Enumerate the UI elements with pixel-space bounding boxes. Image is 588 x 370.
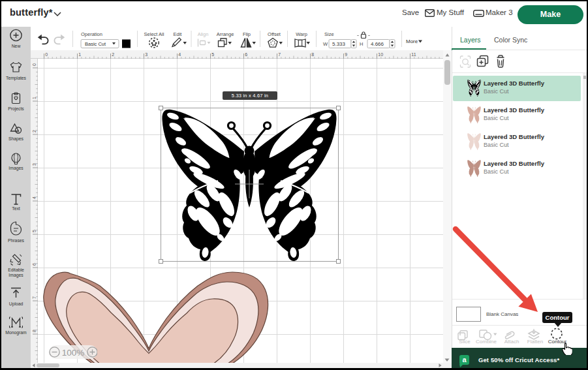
svg-text:New: New: [12, 44, 21, 48]
svg-text:Images: Images: [8, 166, 23, 171]
svg-text:4: 4: [32, 196, 37, 199]
svg-text:0: 0: [45, 52, 48, 57]
svg-text:10: 10: [378, 52, 383, 57]
svg-text:0: 0: [32, 63, 37, 66]
svg-text:1: 1: [32, 97, 37, 99]
svg-text:Select All: Select All: [144, 31, 164, 37]
svg-text:11: 11: [411, 52, 416, 57]
svg-text:W: W: [323, 41, 328, 47]
svg-text:Edit: Edit: [174, 31, 183, 37]
svg-text:Projects: Projects: [8, 106, 24, 112]
svg-text:H: H: [360, 41, 363, 47]
svg-text:Arrange: Arrange: [217, 31, 234, 37]
svg-text:Shapes: Shapes: [8, 136, 24, 142]
svg-text:5: 5: [32, 230, 37, 232]
svg-text:Upload: Upload: [9, 301, 23, 307]
svg-text:5.333: 5.333: [332, 41, 346, 47]
svg-text:5: 5: [211, 52, 214, 57]
svg-text:More: More: [406, 39, 418, 44]
svg-text:2: 2: [32, 130, 37, 132]
svg-text:7: 7: [278, 52, 281, 57]
svg-text:Size: Size: [324, 31, 334, 37]
svg-text:1: 1: [78, 52, 81, 57]
svg-text:Flip: Flip: [243, 31, 251, 37]
svg-text:4.666: 4.666: [371, 41, 384, 47]
svg-text:3: 3: [145, 52, 147, 57]
svg-text:6: 6: [32, 263, 37, 266]
svg-text:Offset: Offset: [268, 31, 281, 37]
svg-text:4: 4: [178, 52, 181, 57]
svg-text:3: 3: [32, 163, 37, 166]
svg-text:Align: Align: [198, 31, 209, 37]
svg-text:Monogram: Monogram: [5, 330, 27, 335]
svg-text:8: 8: [311, 52, 314, 57]
svg-text:Templates: Templates: [6, 76, 27, 81]
svg-text:Operation: Operation: [81, 31, 102, 37]
svg-text:6: 6: [245, 52, 247, 57]
svg-text:Text: Text: [12, 206, 20, 211]
svg-text:Warp: Warp: [296, 31, 307, 37]
svg-text:100%: 100%: [62, 348, 85, 358]
svg-text:2: 2: [112, 52, 114, 57]
svg-text:Phrases: Phrases: [8, 238, 25, 243]
svg-text:Basic Cut: Basic Cut: [85, 41, 106, 47]
svg-text:9: 9: [345, 52, 347, 57]
svg-text:Images: Images: [8, 273, 23, 278]
svg-text:Editable: Editable: [8, 268, 24, 272]
